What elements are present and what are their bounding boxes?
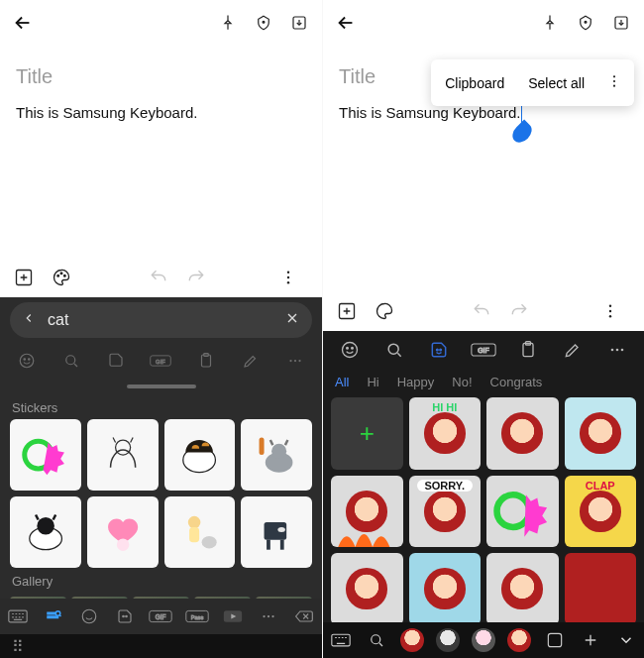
sticker-icon[interactable] <box>424 335 454 365</box>
cursor-handle[interactable] <box>509 120 536 147</box>
cat-hi[interactable]: Hi <box>367 375 378 389</box>
clear-icon[interactable] <box>284 310 300 330</box>
sticker-item[interactable] <box>486 553 559 625</box>
sticker-item[interactable] <box>409 553 482 625</box>
svg-point-7 <box>287 276 289 278</box>
avatar-pack[interactable] <box>501 622 537 658</box>
sticker-item[interactable] <box>87 496 159 568</box>
body-text[interactable]: This is Samsung Keyboard. <box>16 104 197 121</box>
menu-icon[interactable] <box>596 297 624 325</box>
title-field[interactable]: Title <box>16 65 306 88</box>
sticker-item[interactable]: HI HI <box>409 397 482 470</box>
sticker-icon[interactable] <box>102 347 130 375</box>
sticker-item[interactable] <box>331 476 403 548</box>
cat-happy[interactable]: Happy <box>397 375 435 389</box>
gif-icon[interactable]: GIF <box>469 335 498 365</box>
add-sticker[interactable]: + <box>331 397 403 470</box>
sticker-item[interactable] <box>241 419 312 491</box>
avatar-pack[interactable] <box>394 622 430 658</box>
svg-rect-34 <box>280 539 284 549</box>
kb-emoji-icon[interactable] <box>74 602 104 631</box>
kb-search-icon[interactable] <box>39 602 68 631</box>
sticker-item[interactable] <box>10 496 81 568</box>
emoji-grid: + HI HI SORRY. CLAP <box>323 391 644 625</box>
sticker-item[interactable]: SORRY. <box>409 476 482 548</box>
keyboard-grid-icon[interactable]: ⠿ <box>12 637 24 656</box>
kb-backspace-icon[interactable] <box>289 602 319 631</box>
sticker-type-row: GIF <box>0 343 322 379</box>
menu-clipboard[interactable]: Clipboard <box>435 71 514 95</box>
sticker-item[interactable] <box>486 476 559 548</box>
more-icon[interactable] <box>281 347 309 375</box>
menu-more-icon[interactable] <box>598 69 630 96</box>
avatar-pack[interactable] <box>430 622 466 658</box>
svg-point-53 <box>613 75 615 77</box>
palette-icon[interactable] <box>371 297 398 325</box>
pin-icon[interactable] <box>215 10 241 36</box>
sticker-item[interactable] <box>486 397 559 470</box>
kb-search-icon[interactable] <box>359 622 394 658</box>
undo-icon[interactable] <box>468 297 495 325</box>
palette-icon[interactable] <box>48 264 75 291</box>
reminder-icon[interactable] <box>573 10 598 36</box>
menu-selectall[interactable]: Select all <box>518 71 594 95</box>
sticker-item[interactable] <box>565 397 637 470</box>
draw-icon[interactable] <box>237 347 265 375</box>
sticker-item[interactable] <box>10 419 81 491</box>
svg-point-19 <box>299 360 301 362</box>
kb-pass-icon[interactable]: Pass <box>182 602 212 631</box>
emoji-icon[interactable] <box>335 335 365 365</box>
back-button[interactable] <box>333 10 359 36</box>
cat-no[interactable]: No! <box>452 375 472 389</box>
kb-gif-icon[interactable]: GIF <box>146 602 175 631</box>
search-back-icon[interactable] <box>22 311 36 329</box>
save-icon[interactable] <box>608 10 634 36</box>
add-icon[interactable] <box>10 264 38 291</box>
reminder-icon[interactable] <box>251 10 276 36</box>
avatar-pack[interactable] <box>466 622 501 658</box>
kb-keyboard-icon[interactable] <box>3 602 33 631</box>
add-pack-icon[interactable] <box>573 622 608 658</box>
gif-icon[interactable]: GIF <box>147 347 174 375</box>
redo-icon[interactable] <box>182 264 210 291</box>
add-icon[interactable] <box>333 297 361 325</box>
clipboard-icon[interactable] <box>513 335 543 365</box>
redo-icon[interactable] <box>505 297 533 325</box>
draw-icon[interactable] <box>558 335 588 365</box>
svg-point-73 <box>496 494 529 527</box>
svg-point-64 <box>436 349 438 351</box>
sticker-item[interactable] <box>164 496 236 568</box>
svg-rect-76 <box>548 633 561 646</box>
pack-tile[interactable] <box>537 622 573 658</box>
sticker-item[interactable] <box>241 496 312 568</box>
pin-icon[interactable] <box>537 10 563 36</box>
kb-video-icon[interactable] <box>218 602 248 631</box>
sticker-item[interactable] <box>565 553 637 625</box>
sticker-item[interactable] <box>164 419 236 491</box>
kb-more-icon[interactable] <box>254 602 283 631</box>
clipboard-icon[interactable] <box>192 347 220 375</box>
sticker-item[interactable]: CLAP <box>565 476 637 548</box>
more-icon[interactable] <box>602 335 632 365</box>
cat-all[interactable]: All <box>335 375 349 389</box>
collapse-icon[interactable] <box>608 622 644 658</box>
drag-handle[interactable] <box>127 384 196 388</box>
back-button[interactable] <box>10 10 36 36</box>
emoji-icon[interactable] <box>13 347 41 375</box>
svg-point-63 <box>388 344 398 354</box>
sticker-item[interactable] <box>331 553 403 625</box>
svg-point-41 <box>123 615 125 617</box>
kb-keyboard-icon[interactable] <box>323 622 359 658</box>
search-icon[interactable] <box>57 347 85 375</box>
kb-sticker-icon[interactable] <box>110 602 140 631</box>
search-icon[interactable] <box>379 335 409 365</box>
sticker-item[interactable] <box>87 419 159 491</box>
menu-icon[interactable] <box>274 264 302 291</box>
save-icon[interactable] <box>286 10 312 36</box>
svg-point-12 <box>66 356 75 365</box>
cat-congrats[interactable]: Congrats <box>490 375 543 389</box>
undo-icon[interactable] <box>145 264 172 291</box>
search-query[interactable]: cat <box>48 311 284 329</box>
sticker-search[interactable]: cat <box>10 302 312 338</box>
body-text[interactable]: This is Samsung Keyboard. <box>339 104 520 121</box>
